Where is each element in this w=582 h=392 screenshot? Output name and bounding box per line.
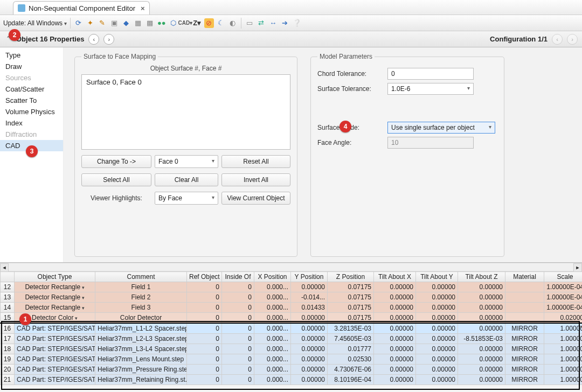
swap-icon[interactable]: ⇄ xyxy=(257,18,266,28)
cell[interactable]: 0 xyxy=(187,334,222,344)
cell[interactable]: 0.000... xyxy=(254,282,291,292)
col-header[interactable]: Tilt About X xyxy=(374,272,416,282)
select-all-button[interactable]: Select All xyxy=(81,173,151,186)
col-header[interactable]: Tilt About Y xyxy=(416,272,458,282)
invert-all-button[interactable]: Invert All xyxy=(221,173,290,186)
cell[interactable]: 0.00000 xyxy=(291,365,328,375)
col-header[interactable]: Inside Of xyxy=(222,272,254,282)
chord-tolerance-input[interactable]: 0 xyxy=(387,68,474,80)
pencil-icon[interactable]: ✎ xyxy=(98,18,107,28)
cell[interactable]: Detector Rectangle xyxy=(15,292,95,303)
z-icon[interactable]: Z▾ xyxy=(192,18,202,28)
cell[interactable]: 0 xyxy=(222,313,254,324)
cell[interactable]: 0.00000 xyxy=(458,313,505,324)
cell[interactable]: 0.00000 xyxy=(458,354,505,365)
cell[interactable]: -8.51853E-03 xyxy=(458,334,505,344)
cell[interactable]: CAD Part: STEP/IGES/SAT xyxy=(15,375,95,385)
table-row[interactable]: 14Detector RectangleField 3000.000...0.0… xyxy=(1,303,583,313)
sidebar-item-volume-physics[interactable]: Volume Physics xyxy=(0,106,63,117)
sidebar-item-scatter-to[interactable]: Scatter To xyxy=(0,95,63,106)
cell[interactable]: 0.00000 xyxy=(458,303,505,313)
object-table[interactable]: Object TypeCommentRef ObjectInside OfX P… xyxy=(0,271,582,385)
cell[interactable]: Heliar37mm_L1-L2 Spacer.step xyxy=(95,323,187,334)
cell[interactable]: 0 xyxy=(222,365,254,375)
cell[interactable]: 0.00000 xyxy=(458,292,505,303)
harrow-icon[interactable]: ↔ xyxy=(268,18,278,28)
cell[interactable]: 0 xyxy=(187,344,222,354)
cell[interactable]: 1.00000 xyxy=(544,354,583,365)
cell[interactable]: 4.73067E-06 xyxy=(328,365,374,375)
cell[interactable]: 0.00000 xyxy=(416,313,458,324)
cell[interactable]: 0.000... xyxy=(254,303,291,313)
cell[interactable]: 1.00000E-04 xyxy=(544,303,583,313)
cell[interactable]: 0 xyxy=(187,354,222,365)
cell[interactable]: 0 xyxy=(187,303,222,313)
cell[interactable]: 0.00000 xyxy=(291,334,328,344)
help-icon[interactable]: ❔ xyxy=(292,18,302,28)
cell[interactable]: 0 xyxy=(187,282,222,292)
cell[interactable]: 0.000... xyxy=(254,313,291,324)
cell[interactable]: 0.000... xyxy=(254,354,291,365)
cell[interactable]: 0.000... xyxy=(254,375,291,385)
cell[interactable]: 0 xyxy=(222,334,254,344)
cell[interactable]: 0.00000 xyxy=(416,303,458,313)
cell[interactable]: Field 2 xyxy=(95,292,187,303)
table-row[interactable]: 15Detector ColorColor Detector000.000...… xyxy=(1,313,583,324)
cell[interactable]: 0.00000 xyxy=(416,354,458,365)
cell[interactable]: 0.00000 xyxy=(416,323,458,334)
cell[interactable]: 12 xyxy=(1,282,15,292)
cell[interactable]: 0.01777 xyxy=(328,344,374,354)
cell[interactable] xyxy=(505,282,544,292)
table-row[interactable]: 18CAD Part: STEP/IGES/SATHeliar37mm_L3-L… xyxy=(1,344,583,354)
cell[interactable]: 0.00000 xyxy=(374,365,416,375)
cell[interactable]: Field 1 xyxy=(95,282,187,292)
cell[interactable]: 0 xyxy=(222,354,254,365)
cell[interactable]: 0.00000 xyxy=(374,282,416,292)
prev-object-button[interactable]: ‹ xyxy=(88,34,99,45)
cell[interactable]: 0.00000 xyxy=(416,334,458,344)
cell[interactable]: MIRROR xyxy=(505,344,544,354)
col-header[interactable]: X Position xyxy=(254,272,291,282)
scroll-right-icon[interactable]: ► xyxy=(573,263,582,272)
cell[interactable]: 0.02530 xyxy=(328,354,374,365)
table-row[interactable]: 12Detector RectangleField 1000.000...0.0… xyxy=(1,282,583,292)
col-header[interactable]: Z Position xyxy=(328,272,374,282)
hex-icon[interactable]: ⬡ xyxy=(169,18,178,28)
cell[interactable]: 0 xyxy=(222,323,254,334)
cell[interactable]: 0.00000 xyxy=(374,292,416,303)
cell[interactable] xyxy=(505,313,544,324)
surface-mode-select[interactable]: Use single surface per object xyxy=(387,122,495,134)
next-config-button[interactable]: › xyxy=(567,34,578,45)
star-icon[interactable]: ✦ xyxy=(86,18,95,28)
table-row[interactable]: 19CAD Part: STEP/IGES/SATHeliar37mm_Lens… xyxy=(1,354,583,365)
cell[interactable]: Heliar37mm_L2-L3 Spacer.step xyxy=(95,334,187,344)
col-header[interactable]: Scale xyxy=(544,272,583,282)
cell[interactable]: 19 xyxy=(1,354,15,365)
cell[interactable] xyxy=(505,292,544,303)
next-object-button[interactable]: › xyxy=(103,34,114,45)
change-to-button[interactable]: Change To -> xyxy=(81,155,151,168)
cell[interactable]: 0 xyxy=(187,313,222,324)
cell[interactable]: 0 xyxy=(187,365,222,375)
mapping-list-item[interactable]: Surface 0, Face 0 xyxy=(86,78,286,86)
cell[interactable]: 15 xyxy=(1,313,15,324)
cell[interactable]: 21 xyxy=(1,375,15,385)
cell[interactable]: CAD Part: STEP/IGES/SAT xyxy=(15,365,95,375)
cell[interactable]: Field 3 xyxy=(95,303,187,313)
cell[interactable]: 0.07175 xyxy=(328,282,374,292)
cell[interactable]: 1.00000E-04 xyxy=(544,282,583,292)
cube1-icon[interactable]: ▣ xyxy=(109,18,119,28)
stop-icon[interactable]: ⊘ xyxy=(204,18,214,28)
cell[interactable]: 0.07175 xyxy=(328,303,374,313)
cell[interactable]: 0.00000 xyxy=(291,282,328,292)
cell[interactable]: 0.00000 xyxy=(374,344,416,354)
cube2-icon[interactable]: ◆ xyxy=(121,18,131,28)
view-current-object-button[interactable]: View Current Object xyxy=(221,192,290,205)
cell[interactable]: 0 xyxy=(187,323,222,334)
cell[interactable]: 0.000... xyxy=(254,344,291,354)
cell[interactable]: 14 xyxy=(1,303,15,313)
sidebar-item-draw[interactable]: Draw xyxy=(0,61,63,72)
update-dropdown[interactable]: Update: All Windows xyxy=(3,19,67,27)
cell[interactable]: Heliar37mm_Pressure Ring.step xyxy=(95,365,187,375)
cell[interactable]: 1.00000 xyxy=(544,375,583,385)
